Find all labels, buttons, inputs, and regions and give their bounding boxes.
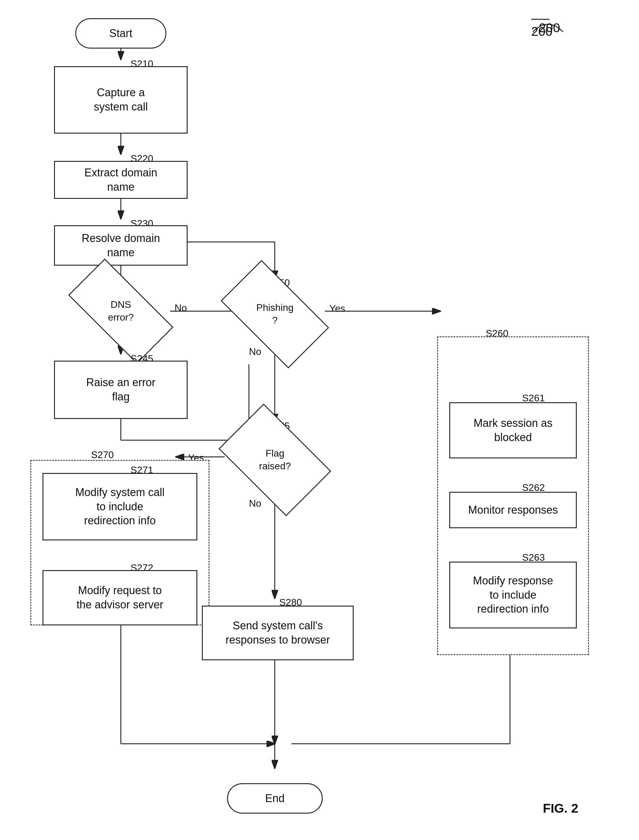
s230-box: Resolve domainname (54, 225, 188, 266)
s240-no-label: No (175, 302, 187, 313)
s270-label: S270 (91, 449, 114, 461)
s263-box: Modify responseto includeredirection inf… (449, 562, 577, 628)
s261-box: Mark session asblocked (449, 402, 577, 458)
start-node: Start (75, 18, 166, 49)
end-node: End (227, 783, 323, 814)
s280-box: Send system call'sresponses to browser (202, 606, 354, 660)
s250-yes-label: Yes (329, 303, 345, 314)
s262-box: Monitor responses (449, 492, 577, 528)
s250-no-label: No (249, 346, 261, 357)
s255-no-label: No (249, 498, 261, 509)
fig-caption: FIG. 2 (543, 801, 578, 816)
s210-box: Capture asystem call (54, 66, 188, 134)
s250-diamond: Phishing? (221, 260, 329, 368)
s271-box: Modify system callto includeredirection … (43, 473, 197, 540)
flowchart-container: 200 Start S210 Capture asystem call S220… (0, 0, 639, 840)
s240-diamond: DNSerror? (68, 259, 173, 364)
s255-diamond: Flagraised? (219, 404, 331, 516)
s245-box: Raise an errorflag (54, 361, 188, 419)
s220-box: Extract domainname (54, 161, 188, 199)
s272-box: Modify request tothe advisor server (43, 570, 197, 625)
fig-number-text: 200 (539, 21, 560, 35)
